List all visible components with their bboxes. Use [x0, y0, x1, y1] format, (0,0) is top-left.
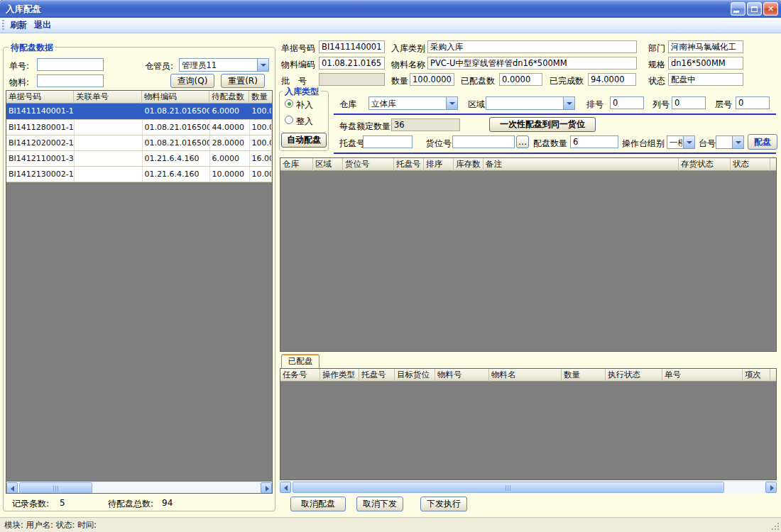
console-no-select[interactable] — [716, 135, 744, 149]
keeper-select[interactable]: 管理员11 — [179, 58, 269, 72]
cancel-allocate-button[interactable]: 取消配盘 — [290, 497, 346, 511]
one-time-allocate-button[interactable]: 一次性配盘到同一货位 — [489, 117, 596, 132]
dept-field[interactable] — [668, 40, 743, 53]
column-header[interactable]: 备注 — [484, 158, 679, 171]
tab-allocated[interactable]: 已配盘 — [281, 354, 320, 368]
exit-menu-item[interactable]: 退出 — [31, 18, 54, 33]
slot-browse-button[interactable]: … — [516, 135, 529, 148]
completed-field[interactable] — [588, 73, 636, 86]
table-row[interactable]: BI1412110001-301.21.6.4.1606.000016.0000 — [6, 150, 272, 166]
close-button[interactable]: ✕ — [763, 2, 778, 16]
console-group-select[interactable]: 一楼 — [667, 135, 695, 149]
alloc-qty-input[interactable] — [570, 135, 618, 148]
table-row[interactable]: BI1412130002-101.21.6.4.16010.000010.000… — [6, 166, 272, 182]
scroll-right-icon[interactable] — [765, 482, 777, 493]
column-header[interactable]: 货位号 — [343, 158, 394, 171]
scroll-left-icon[interactable] — [280, 482, 291, 493]
allocate-button[interactable]: 配盘 — [748, 134, 777, 150]
column-header[interactable]: 区域 — [313, 158, 343, 171]
allocated-grid-header: 任务号 操作类型 托盘号 目标货位 物料号 物料名 数量 执行状态 单号 项次 — [280, 369, 776, 382]
scroll-right-icon[interactable] — [261, 482, 272, 494]
doc-no-field[interactable] — [319, 40, 385, 53]
column-header[interactable]: 排序 — [424, 158, 454, 171]
material-label: 物料: — [9, 77, 29, 89]
layer-no-input[interactable] — [736, 96, 770, 109]
query-button[interactable]: 查询(Q) — [170, 74, 214, 88]
pending-table-body: BI1411140001-101.08.21.0165006.0000100.0… — [6, 104, 272, 182]
supplement-radio[interactable] — [285, 99, 293, 108]
col-no-input[interactable] — [672, 96, 706, 109]
table-row[interactable]: BI1412020002-101.08.21.01650028.0000100.… — [6, 135, 272, 150]
slot-input[interactable] — [452, 135, 515, 148]
keeper-label: 仓管员: — [145, 60, 173, 72]
pending-orders-table: 单据号码 关联单号 物料编码 待配盘数 数量 BI1411140001-101.… — [6, 90, 273, 494]
column-header[interactable]: 项次 — [743, 369, 770, 382]
auto-allocate-button[interactable]: 自动配盘 — [281, 133, 327, 148]
send-execute-button[interactable]: 下发执行 — [420, 497, 467, 511]
alloc-qty-label: 配盘数量 — [533, 138, 567, 150]
column-header[interactable]: 任务号 — [280, 369, 320, 382]
allocated-grid-hscrollbar[interactable] — [280, 481, 777, 493]
tray-input[interactable] — [363, 135, 413, 148]
scroll-left-icon[interactable] — [6, 482, 18, 494]
main-toolbar: 刷新 退出 — [0, 18, 781, 33]
whole-radio-label[interactable]: 整入 — [296, 116, 313, 128]
order-no-input[interactable] — [37, 58, 104, 71]
column-header[interactable]: 单据号码 — [6, 91, 74, 104]
scrollbar-thumb[interactable] — [293, 482, 724, 493]
separator-line — [334, 153, 776, 154]
whole-radio[interactable] — [285, 116, 293, 124]
allocated-field[interactable] — [499, 73, 542, 86]
chevron-down-icon[interactable] — [683, 136, 694, 148]
column-header[interactable]: 库存数 — [454, 158, 484, 171]
column-header[interactable]: 物料名 — [489, 369, 562, 382]
mat-code-field[interactable] — [319, 57, 385, 70]
refresh-menu-item[interactable]: 刷新 — [7, 18, 30, 33]
spec-field[interactable] — [668, 57, 743, 70]
status-bar-text: 模块: 用户名: 状态: 时间: — [4, 520, 97, 531]
maximize-icon — [751, 6, 758, 12]
column-header[interactable]: 待配盘数 — [209, 91, 249, 104]
in-type-field[interactable] — [427, 40, 637, 53]
pending-table-hscrollbar[interactable] — [6, 482, 272, 493]
per-tray-input[interactable] — [391, 118, 460, 131]
chevron-down-icon[interactable] — [257, 59, 268, 71]
table-row[interactable]: BI1411140001-101.08.21.0165006.0000100.0… — [6, 104, 272, 119]
column-header[interactable]: 物料号 — [435, 369, 489, 382]
table-row[interactable]: BI1411280001-101.08.21.01650044.0000100.… — [6, 119, 272, 135]
maximize-button[interactable] — [747, 2, 762, 16]
qty-field[interactable] — [410, 73, 454, 86]
column-header[interactable]: 目标货位 — [395, 369, 435, 382]
column-header[interactable]: 仓库 — [280, 158, 313, 171]
material-input[interactable] — [37, 74, 104, 87]
batch-field[interactable] — [319, 73, 385, 86]
resize-grip-icon[interactable] — [777, 528, 779, 530]
chevron-down-icon[interactable] — [446, 97, 457, 109]
status-field[interactable] — [668, 73, 743, 86]
column-header[interactable]: 存货状态 — [679, 158, 731, 171]
column-header[interactable]: 物料编码 — [142, 91, 209, 104]
column-header[interactable]: 状态 — [731, 158, 770, 171]
column-header[interactable]: 数量 — [249, 91, 272, 104]
mat-name-field[interactable] — [427, 57, 637, 70]
scrollbar-thumb[interactable] — [19, 482, 92, 494]
reset-button[interactable]: 重置(R) — [221, 74, 265, 88]
column-header[interactable]: 数量 — [562, 369, 606, 382]
cancel-send-button[interactable]: 取消下发 — [356, 497, 403, 511]
chevron-down-icon[interactable] — [732, 136, 743, 148]
column-header[interactable]: 托盘号 — [359, 369, 395, 382]
row-no-label: 排号 — [586, 99, 604, 111]
chevron-down-icon[interactable] — [563, 97, 574, 109]
column-header[interactable]: 单号 — [662, 369, 743, 382]
supplement-radio-label[interactable]: 补入 — [296, 99, 313, 111]
column-header[interactable]: 托盘号 — [394, 158, 424, 171]
column-header[interactable]: 执行状态 — [606, 369, 662, 382]
warehouse-select[interactable]: 立体库 — [368, 96, 458, 110]
slot-label: 货位号 — [426, 138, 452, 150]
row-no-input[interactable] — [610, 96, 644, 109]
column-header[interactable]: 关联单号 — [74, 91, 142, 104]
title-bar: 入库配盘 ✕ — [0, 0, 781, 18]
minimize-button[interactable] — [731, 2, 746, 16]
column-header[interactable]: 操作类型 — [320, 369, 359, 382]
area-select[interactable] — [486, 96, 575, 110]
